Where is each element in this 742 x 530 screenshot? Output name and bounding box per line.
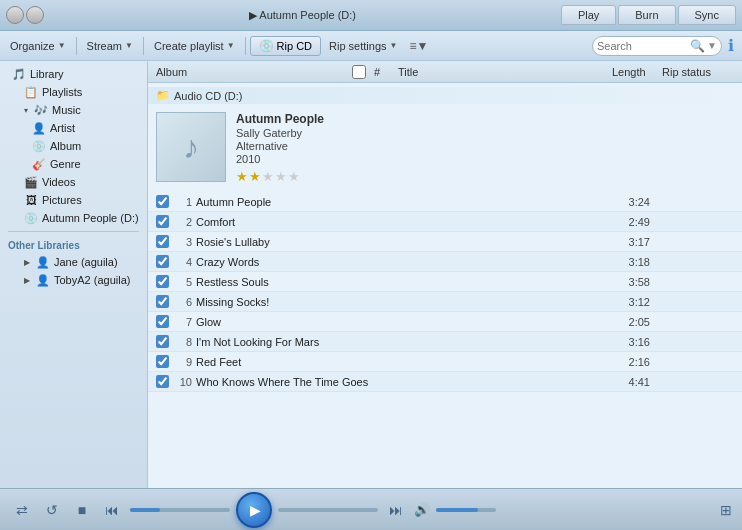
- track-title-8: I'm Not Looking For Mars: [196, 336, 608, 348]
- progress-bar-right[interactable]: [278, 508, 378, 512]
- track-checkbox-7: [152, 315, 172, 328]
- rip-settings-arrow: ▼: [390, 41, 398, 50]
- prev-button[interactable]: ⏮: [100, 498, 124, 522]
- track-check-input-3[interactable]: [156, 235, 169, 248]
- sidebar-item-playlists[interactable]: 📋 Playlists: [0, 83, 147, 101]
- col-header-title[interactable]: Title: [394, 66, 608, 78]
- organize-button[interactable]: Organize ▼: [4, 38, 72, 54]
- progress-bar[interactable]: [130, 508, 230, 512]
- track-length-8: 3:16: [608, 336, 658, 348]
- sidebar: 🎵 Library 📋 Playlists ▾ 🎶 Music 👤 Artist…: [0, 61, 148, 488]
- column-headers: Album # Title Length Rip status: [148, 61, 742, 83]
- track-checkbox-2: [152, 215, 172, 228]
- search-box: 🔍 ▼: [592, 36, 722, 56]
- sidebar-item-jane[interactable]: ▶ 👤 Jane (aguila): [0, 253, 147, 271]
- track-check-input-9[interactable]: [156, 355, 169, 368]
- table-row: 5 Restless Souls 3:58: [148, 272, 742, 292]
- playlists-icon: 📋: [24, 85, 38, 99]
- play-button[interactable]: ▶: [236, 492, 272, 528]
- volume-bar[interactable]: [436, 508, 496, 512]
- track-title-6: Missing Socks!: [196, 296, 608, 308]
- track-num-9: 9: [172, 356, 196, 368]
- sidebar-item-pictures[interactable]: 🖼 Pictures: [0, 191, 147, 209]
- win-back-btn[interactable]: [6, 6, 24, 24]
- track-checkbox-9: [152, 355, 172, 368]
- col-header-album[interactable]: Album: [152, 66, 352, 78]
- table-row: 7 Glow 2:05: [148, 312, 742, 332]
- col-header-num[interactable]: #: [370, 66, 394, 78]
- organize-arrow: ▼: [58, 41, 66, 50]
- prev-icon: ⏮: [105, 502, 119, 518]
- shuffle-button[interactable]: ⇄: [10, 498, 34, 522]
- toby-expand-icon: ▶: [24, 276, 30, 285]
- track-check-input-2[interactable]: [156, 215, 169, 228]
- search-icon[interactable]: 🔍: [690, 39, 705, 53]
- rip-cd-button[interactable]: 💿 Rip CD: [250, 36, 321, 56]
- sidebar-item-videos[interactable]: 🎬 Videos: [0, 173, 147, 191]
- search-options-icon[interactable]: ▼: [707, 40, 717, 51]
- track-title-3: Rosie's Lullaby: [196, 236, 608, 248]
- track-check-input-6[interactable]: [156, 295, 169, 308]
- album-name: Sally Gaterby: [236, 127, 324, 139]
- track-check-input-4[interactable]: [156, 255, 169, 268]
- sidebar-item-music[interactable]: ▾ 🎶 Music: [0, 101, 147, 119]
- tab-sync[interactable]: Sync: [678, 5, 736, 25]
- content-panel: Album # Title Length Rip status 📁 Audio …: [148, 61, 742, 488]
- track-check-input-5[interactable]: [156, 275, 169, 288]
- track-check-input-10[interactable]: [156, 375, 169, 388]
- content-scroll[interactable]: 📁 Audio CD (D:) ♪ Autumn People Sally Ga…: [148, 83, 742, 488]
- other-libraries-label: Other Libraries: [0, 236, 147, 253]
- repeat-button[interactable]: ↺: [40, 498, 64, 522]
- next-button[interactable]: ⏭: [384, 498, 408, 522]
- album-art: ♪: [156, 112, 226, 182]
- main-area: 🎵 Library 📋 Playlists ▾ 🎶 Music 👤 Artist…: [0, 61, 742, 488]
- cd-drive-icon: 💿: [24, 211, 38, 225]
- track-checkbox-6: [152, 295, 172, 308]
- stop-button[interactable]: ■: [70, 498, 94, 522]
- star-rating[interactable]: ★ ★ ★ ★ ★: [236, 169, 324, 184]
- search-input[interactable]: [597, 40, 690, 52]
- grid-view-icon[interactable]: ⊞: [720, 502, 732, 518]
- track-num-6: 6: [172, 296, 196, 308]
- track-check-input-7[interactable]: [156, 315, 169, 328]
- table-row: 2 Comfort 2:49: [148, 212, 742, 232]
- track-num-3: 3: [172, 236, 196, 248]
- col-header-rip[interactable]: Rip status: [658, 66, 738, 78]
- track-check-input-1[interactable]: [156, 195, 169, 208]
- track-title-9: Red Feet: [196, 356, 608, 368]
- sidebar-item-autumn-people[interactable]: 💿 Autumn People (D:): [0, 209, 147, 227]
- toolbar: Organize ▼ Stream ▼ Create playlist ▼ 💿 …: [0, 31, 742, 61]
- cd-folder-icon: 📁: [156, 89, 170, 102]
- select-all-checkbox[interactable]: [352, 65, 366, 79]
- rip-settings-button[interactable]: Rip settings ▼: [323, 38, 403, 54]
- track-num-5: 5: [172, 276, 196, 288]
- album-section: ♪ Autumn People Sally Gaterby Alternativ…: [148, 104, 742, 192]
- sidebar-item-library[interactable]: 🎵 Library: [0, 65, 147, 83]
- sidebar-item-toby[interactable]: ▶ 👤 TobyA2 (aguila): [0, 271, 147, 289]
- title-bar: ▶ Autumn People (D:) Play Burn Sync: [0, 0, 742, 31]
- track-title-10: Who Knows Where The Time Goes: [196, 376, 608, 388]
- track-num-2: 2: [172, 216, 196, 228]
- library-icon: 🎵: [12, 67, 26, 81]
- create-playlist-button[interactable]: Create playlist ▼: [148, 38, 241, 54]
- view-options-button[interactable]: ≡▼: [405, 37, 432, 55]
- sidebar-item-genre[interactable]: 🎸 Genre: [0, 155, 147, 173]
- jane-icon: 👤: [36, 255, 50, 269]
- col-header-length[interactable]: Length: [608, 66, 658, 78]
- win-forward-btn[interactable]: [26, 6, 44, 24]
- table-row: 3 Rosie's Lullaby 3:17: [148, 232, 742, 252]
- stop-icon: ■: [78, 502, 86, 518]
- track-check-input-8[interactable]: [156, 335, 169, 348]
- window-title: ▶ Autumn People (D:): [44, 9, 561, 22]
- track-title-4: Crazy Words: [196, 256, 608, 268]
- table-row: 6 Missing Socks! 3:12: [148, 292, 742, 312]
- tab-play[interactable]: Play: [561, 5, 616, 25]
- toby-icon: 👤: [36, 273, 50, 287]
- stream-button[interactable]: Stream ▼: [81, 38, 139, 54]
- help-button[interactable]: ℹ: [724, 34, 738, 57]
- sidebar-item-artist[interactable]: 👤 Artist: [0, 119, 147, 137]
- track-num-10: 10: [172, 376, 196, 388]
- track-length-3: 3:17: [608, 236, 658, 248]
- sidebar-item-album[interactable]: 💿 Album: [0, 137, 147, 155]
- tab-burn[interactable]: Burn: [618, 5, 675, 25]
